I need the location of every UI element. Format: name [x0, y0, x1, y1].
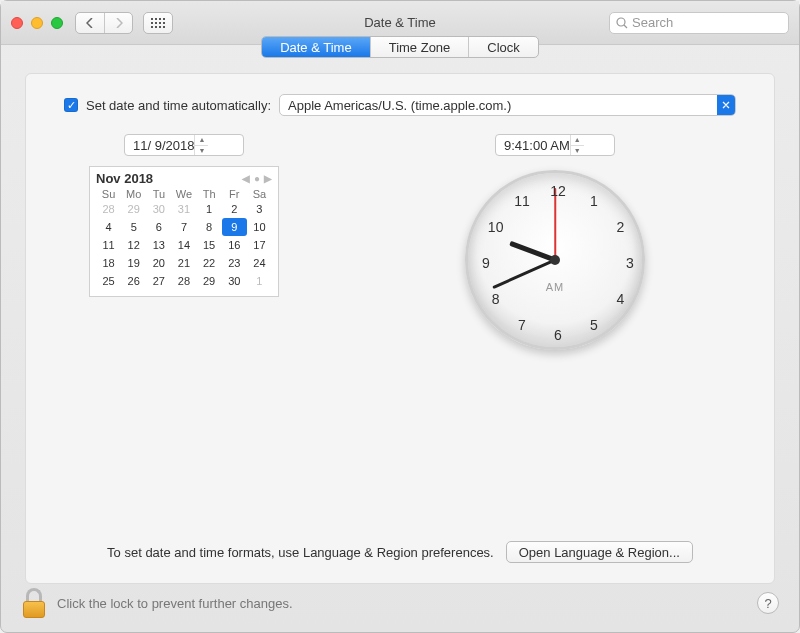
- clock-number: 1: [584, 193, 604, 209]
- calendar-day[interactable]: 7: [171, 218, 196, 236]
- mid-area: 11/ 9/2018 ▲▼ Nov 2018 ◀ ● ▶ SuMoTu: [40, 134, 760, 350]
- clock-number: 8: [486, 291, 506, 307]
- svg-line-1: [624, 25, 627, 28]
- calendar-day[interactable]: 25: [96, 272, 121, 290]
- content-area: Date & Time Time Zone Clock ✓ Set date a…: [1, 45, 799, 584]
- calendar-dow: Mo: [121, 188, 146, 200]
- calendar-dow: Fr: [222, 188, 247, 200]
- tab-clock[interactable]: Clock: [468, 37, 538, 57]
- clock-number: 4: [610, 291, 630, 307]
- calendar[interactable]: Nov 2018 ◀ ● ▶ SuMoTuWeThFrSa 2829303112…: [89, 166, 279, 297]
- minimize-window-button[interactable]: [31, 17, 43, 29]
- calendar-prev-icon[interactable]: ◀: [242, 173, 250, 184]
- chevron-down-icon: [717, 95, 735, 115]
- calendar-day[interactable]: 9: [222, 218, 247, 236]
- auto-time-checkbox[interactable]: ✓: [64, 98, 78, 112]
- lock-icon[interactable]: [21, 588, 47, 618]
- clock-number: 3: [620, 255, 640, 271]
- calendar-dow: Sa: [247, 188, 272, 200]
- time-stepper[interactable]: ▲▼: [570, 135, 584, 155]
- help-button[interactable]: ?: [757, 592, 779, 614]
- calendar-day[interactable]: 19: [121, 254, 146, 272]
- show-all-button[interactable]: [143, 12, 173, 34]
- calendar-day[interactable]: 2: [222, 200, 247, 218]
- calendar-day[interactable]: 28: [171, 272, 196, 290]
- clock-pivot: [550, 255, 560, 265]
- clock-number: 11: [512, 193, 532, 209]
- open-language-region-button[interactable]: Open Language & Region...: [506, 541, 693, 563]
- clock-ampm: AM: [546, 281, 565, 293]
- formats-label: To set date and time formats, use Langua…: [107, 545, 494, 560]
- search-placeholder: Search: [632, 15, 673, 30]
- calendar-day[interactable]: 3: [247, 200, 272, 218]
- tab-time-zone[interactable]: Time Zone: [370, 37, 469, 57]
- tab-bar: Date & Time Time Zone Clock: [261, 36, 539, 58]
- date-stepper[interactable]: ▲▼: [194, 135, 208, 155]
- lock-label: Click the lock to prevent further change…: [57, 596, 293, 611]
- calendar-day[interactable]: 30: [222, 272, 247, 290]
- hour-hand: [509, 241, 556, 262]
- calendar-day[interactable]: 1: [197, 200, 222, 218]
- svg-point-0: [617, 18, 625, 26]
- tab-date-time[interactable]: Date & Time: [262, 37, 370, 57]
- clock-number: 7: [512, 317, 532, 333]
- time-column: 9:41:00 AM ▲▼ AM 121234567891011: [374, 134, 736, 350]
- calendar-header: Nov 2018 ◀ ● ▶: [96, 171, 272, 186]
- calendar-day[interactable]: 5: [121, 218, 146, 236]
- bottom-bar: Click the lock to prevent further change…: [1, 584, 799, 632]
- date-column: 11/ 9/2018 ▲▼ Nov 2018 ◀ ● ▶ SuMoTu: [64, 134, 304, 350]
- calendar-dow: Su: [96, 188, 121, 200]
- calendar-day[interactable]: 18: [96, 254, 121, 272]
- time-field[interactable]: 9:41:00 AM ▲▼: [495, 134, 615, 156]
- calendar-next-icon[interactable]: ▶: [264, 173, 272, 184]
- calendar-day[interactable]: 13: [146, 236, 171, 254]
- time-value: 9:41:00 AM: [504, 138, 570, 153]
- forward-button[interactable]: [104, 13, 132, 33]
- calendar-day[interactable]: 28: [96, 200, 121, 218]
- time-server-select[interactable]: Apple Americas/U.S. (time.apple.com.): [279, 94, 736, 116]
- calendar-day[interactable]: 1: [247, 272, 272, 290]
- calendar-day[interactable]: 10: [247, 218, 272, 236]
- calendar-day[interactable]: 11: [96, 236, 121, 254]
- calendar-day[interactable]: 30: [146, 200, 171, 218]
- calendar-dow: Tu: [146, 188, 171, 200]
- calendar-day[interactable]: 21: [171, 254, 196, 272]
- calendar-day[interactable]: 6: [146, 218, 171, 236]
- auto-time-row: ✓ Set date and time automatically: Apple…: [64, 94, 736, 116]
- formats-row: To set date and time formats, use Langua…: [40, 541, 760, 567]
- calendar-day[interactable]: 23: [222, 254, 247, 272]
- date-field[interactable]: 11/ 9/2018 ▲▼: [124, 134, 244, 156]
- nav-segmented: [75, 12, 133, 34]
- calendar-day[interactable]: 15: [197, 236, 222, 254]
- auto-time-label: Set date and time automatically:: [86, 98, 271, 113]
- search-field[interactable]: Search: [609, 12, 789, 34]
- calendar-day[interactable]: 4: [96, 218, 121, 236]
- clock-number: 6: [548, 327, 568, 343]
- calendar-day[interactable]: 17: [247, 236, 272, 254]
- traffic-lights: [11, 17, 63, 29]
- calendar-nav: ◀ ● ▶: [242, 173, 272, 184]
- calendar-day[interactable]: 14: [171, 236, 196, 254]
- calendar-day[interactable]: 20: [146, 254, 171, 272]
- calendar-day[interactable]: 27: [146, 272, 171, 290]
- close-window-button[interactable]: [11, 17, 23, 29]
- calendar-dow: We: [171, 188, 196, 200]
- analog-clock: AM 121234567891011: [465, 170, 645, 350]
- back-button[interactable]: [76, 13, 104, 33]
- calendar-grid: 2829303112345678910111213141516171819202…: [96, 200, 272, 290]
- calendar-day[interactable]: 26: [121, 272, 146, 290]
- calendar-day[interactable]: 24: [247, 254, 272, 272]
- calendar-day[interactable]: 29: [121, 200, 146, 218]
- zoom-window-button[interactable]: [51, 17, 63, 29]
- calendar-dow: Th: [197, 188, 222, 200]
- calendar-day[interactable]: 22: [197, 254, 222, 272]
- calendar-day[interactable]: 8: [197, 218, 222, 236]
- calendar-month: Nov 2018: [96, 171, 153, 186]
- calendar-today-icon[interactable]: ●: [254, 173, 260, 184]
- calendar-day[interactable]: 29: [197, 272, 222, 290]
- calendar-day[interactable]: 16: [222, 236, 247, 254]
- calendar-day[interactable]: 31: [171, 200, 196, 218]
- preferences-window: Date & Time Search Date & Time Time Zone…: [0, 0, 800, 633]
- calendar-day[interactable]: 12: [121, 236, 146, 254]
- clock-number: 12: [548, 183, 568, 199]
